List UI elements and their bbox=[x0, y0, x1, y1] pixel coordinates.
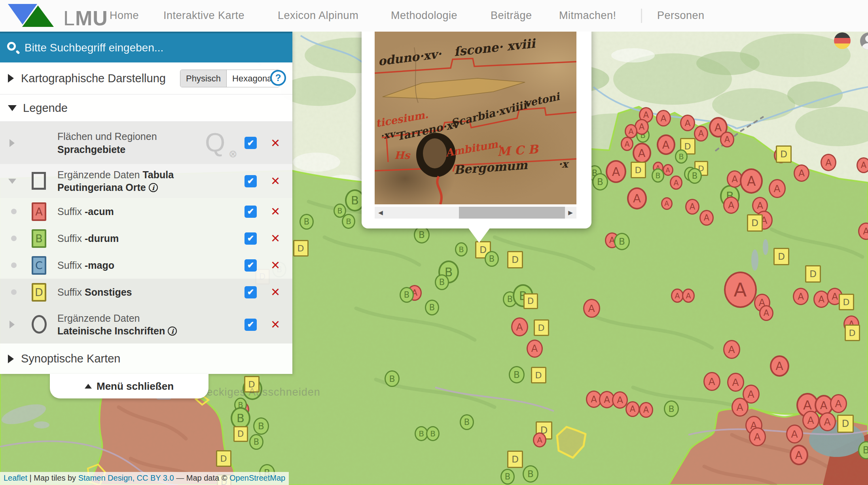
visibility-checkbox[interactable]: ✔ bbox=[244, 175, 257, 187]
map-marker-a[interactable]: A bbox=[786, 425, 803, 443]
map-marker-a[interactable]: A bbox=[511, 317, 528, 336]
map-marker-a[interactable]: A bbox=[830, 394, 847, 413]
map-marker-a[interactable]: A bbox=[627, 187, 647, 209]
map-marker-a[interactable]: A bbox=[685, 199, 699, 215]
map-marker-b[interactable]: B bbox=[342, 214, 355, 229]
remove-layer-icon[interactable]: ✕ bbox=[271, 205, 280, 218]
map-marker-a[interactable]: A bbox=[657, 134, 675, 155]
nav-home[interactable]: Home bbox=[110, 9, 139, 22]
map-marker-a[interactable]: A bbox=[821, 154, 836, 171]
map-marker-a[interactable]: A bbox=[656, 110, 671, 126]
map-marker-b[interactable]: B bbox=[400, 287, 414, 303]
map-marker-a[interactable]: A bbox=[740, 168, 763, 194]
nav-personen[interactable]: Personen bbox=[657, 9, 705, 22]
map-marker-b[interactable]: B bbox=[485, 251, 499, 267]
collapse-arrow-icon[interactable] bbox=[8, 179, 16, 184]
map-marker-a[interactable]: A bbox=[533, 432, 546, 447]
map-marker-a[interactable]: A bbox=[583, 299, 600, 318]
map-marker-b[interactable]: B bbox=[455, 242, 468, 257]
visibility-checkbox[interactable]: ✔ bbox=[244, 259, 257, 272]
map-marker-b[interactable]: B bbox=[509, 366, 525, 383]
map-marker-a[interactable]: A bbox=[639, 402, 653, 418]
map-marker-d[interactable]: D bbox=[507, 251, 523, 268]
map-marker-a[interactable]: A bbox=[661, 197, 673, 210]
map-marker-b[interactable]: B bbox=[688, 168, 702, 184]
visibility-checkbox[interactable]: ✔ bbox=[244, 286, 257, 298]
map-marker-a[interactable]: A bbox=[724, 272, 757, 308]
map-marker-a[interactable]: A bbox=[813, 291, 829, 308]
map-marker-b[interactable]: B bbox=[664, 400, 679, 417]
popup-image-scrollbar[interactable]: ◀ ▶ bbox=[375, 207, 576, 219]
expand-arrow-icon[interactable] bbox=[9, 139, 15, 147]
leaflet-link[interactable]: Leaflet bbox=[4, 474, 27, 482]
user-account-icon[interactable] bbox=[860, 32, 868, 50]
nav-beitraege[interactable]: Beiträge bbox=[491, 9, 532, 22]
map-marker-d[interactable]: D bbox=[293, 240, 309, 257]
map-marker-a[interactable]: A bbox=[625, 401, 640, 417]
legend-row-suffix-acum[interactable]: A Suffix -acum ✔ ✕ bbox=[0, 198, 292, 225]
map-marker-b[interactable]: B bbox=[592, 173, 608, 191]
visibility-checkbox[interactable]: ✔ bbox=[244, 232, 257, 245]
map-marker-d[interactable]: D bbox=[845, 325, 860, 341]
map-marker-d[interactable]: D bbox=[631, 162, 646, 178]
info-icon[interactable]: i bbox=[168, 326, 177, 336]
map-marker-b[interactable]: B bbox=[500, 469, 515, 485]
map-marker-a[interactable]: A bbox=[759, 305, 773, 321]
map-marker-b[interactable]: B bbox=[426, 426, 440, 441]
map-marker-a[interactable]: A bbox=[790, 445, 808, 465]
nav-mitmachen[interactable]: Mitmachen! bbox=[559, 9, 616, 22]
map-marker-d[interactable]: D bbox=[507, 451, 523, 468]
remove-layer-icon[interactable]: ✕ bbox=[271, 318, 280, 331]
synoptische-section-header[interactable]: Synoptische Karten bbox=[0, 343, 292, 374]
map-marker-d[interactable]: D bbox=[523, 293, 538, 309]
map-marker-b[interactable]: B bbox=[425, 300, 439, 315]
map-marker-a[interactable]: A bbox=[723, 196, 739, 214]
map-marker-a[interactable]: A bbox=[699, 210, 714, 226]
nav-methodologie[interactable]: Methodologie bbox=[391, 9, 457, 22]
close-menu-button[interactable]: Menü schließen bbox=[50, 374, 208, 398]
map-marker-d[interactable]: D bbox=[837, 415, 854, 433]
legend-row-suffix-mago[interactable]: C Suffix -mago ✔ ✕ bbox=[0, 252, 292, 279]
remove-layer-icon[interactable]: ✕ bbox=[271, 259, 280, 272]
help-icon[interactable]: ? bbox=[270, 70, 286, 86]
map-marker-b[interactable]: B bbox=[523, 465, 538, 483]
search-input[interactable] bbox=[25, 42, 284, 54]
map-marker-a[interactable]: A bbox=[680, 115, 695, 131]
map-marker-a[interactable]: A bbox=[793, 288, 809, 305]
map-marker-d[interactable]: D bbox=[805, 265, 821, 283]
remove-layer-icon[interactable]: ✕ bbox=[271, 232, 280, 245]
map-marker-b[interactable]: B bbox=[385, 370, 400, 387]
legend-row-sprachgebiete[interactable]: Flächen und RegionenSprachgebiete Q⊗ ✔ ✕ bbox=[0, 122, 292, 164]
osm-link[interactable]: OpenStreetMap bbox=[229, 474, 285, 482]
map-marker-a[interactable]: A bbox=[769, 179, 786, 198]
scroll-right-button[interactable]: ▶ bbox=[565, 207, 576, 219]
nav-lexicon-alpinum[interactable]: Lexicon Alpinum bbox=[278, 9, 358, 22]
map-marker-b[interactable]: B bbox=[858, 441, 868, 459]
map-marker-d[interactable]: D bbox=[839, 294, 854, 310]
map-marker-b[interactable]: B bbox=[249, 434, 263, 450]
map-marker-d[interactable]: D bbox=[534, 319, 549, 336]
map-marker-a[interactable]: A bbox=[819, 412, 836, 431]
map-marker-d[interactable]: D bbox=[531, 367, 546, 383]
info-icon[interactable]: i bbox=[149, 183, 158, 192]
tabula-peutingeriana-image[interactable]: oduno·xv·ſscone· xviiiticesium.·xv·Tarre… bbox=[375, 32, 576, 204]
map-marker-b[interactable]: B bbox=[414, 226, 430, 243]
map-marker-a[interactable]: A bbox=[527, 340, 543, 358]
map-marker-a[interactable]: A bbox=[794, 164, 809, 182]
map-marker-a[interactable]: A bbox=[621, 137, 633, 151]
map-marker-b[interactable]: B bbox=[299, 214, 314, 230]
map-marker-a[interactable]: A bbox=[723, 340, 740, 359]
map-marker-d[interactable]: D bbox=[216, 450, 231, 467]
map-marker-a[interactable]: A bbox=[682, 289, 695, 303]
legende-section-header[interactable]: Legende bbox=[0, 94, 292, 122]
query-magnifier-icon[interactable]: Q⊗ bbox=[205, 127, 241, 160]
karto-section-header[interactable]: Kartographische Darstellung Physisch Hex… bbox=[0, 62, 292, 94]
map-marker-a[interactable]: A bbox=[727, 373, 744, 392]
remove-layer-icon[interactable]: ✕ bbox=[271, 174, 280, 188]
legend-row-tabula[interactable]: Ergänzende Daten Tabula Peutingeriana Or… bbox=[0, 164, 292, 198]
map-marker-d[interactable]: D bbox=[747, 214, 763, 232]
map-marker-a[interactable]: A bbox=[633, 143, 651, 163]
map-marker-b[interactable]: B bbox=[652, 168, 664, 183]
legend-row-suffix-sonstiges[interactable]: D Suffix Sonstiges ✔ ✕ bbox=[0, 279, 292, 306]
map-marker-a[interactable]: A bbox=[858, 223, 868, 240]
